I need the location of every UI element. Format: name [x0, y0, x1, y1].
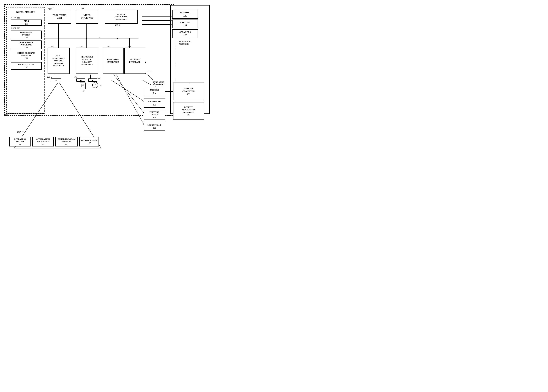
floppy-152: 💾	[80, 83, 86, 89]
svg-line-44	[116, 75, 144, 124]
ref-110: 110	[5, 114, 8, 116]
modules136-box: OTHER PROGRAM MODULES 136	[11, 51, 42, 60]
ref-195: 195 ↖	[115, 24, 120, 26]
remote-app-box: REMOTE APPLICATION PROGRAMS 185	[173, 102, 204, 120]
modem-box: MODEM 172	[144, 87, 165, 96]
data147-box: PROGRAM DATA 147	[79, 137, 99, 147]
remote-computer-box: REMOTE COMPUTER 180	[173, 83, 204, 100]
system-memory-label: SYSTEM MEMORY	[10, 8, 41, 16]
os134-box: OPERATING SYSTEM 134	[11, 31, 42, 39]
pointing-device-box: POINTING DEVICE 161	[144, 110, 165, 119]
rom-label: (ROM) 131	[11, 16, 20, 18]
processing-unit-box: PROCESSING UNIT	[48, 10, 71, 24]
local-area-network-label: LOCAL AREANETWORK	[171, 40, 197, 45]
ram-label: (RAM) 132	[11, 27, 20, 29]
modules146-box: OTHER PROGRAM MODULES 146	[55, 137, 77, 147]
disk-151: ▬	[76, 78, 85, 82]
bios-box: BIOS 133	[11, 20, 42, 26]
ref-170: 170	[128, 45, 131, 47]
svg-marker-5	[86, 38, 87, 39]
svg-marker-35	[145, 61, 146, 63]
microphone-box: MICROPHONE 163	[144, 122, 165, 131]
ref-156: 156	[98, 84, 102, 86]
svg-marker-33	[170, 24, 172, 25]
printer-box: PRINTER 196	[172, 20, 198, 28]
ref-160: 160	[106, 45, 110, 47]
diagram: SYSTEM MEMORY (ROM) 131 BIOS 133 (RAM) 1…	[0, 0, 213, 153]
keyboard-box: KEYBOARD 162	[144, 98, 165, 108]
ref-141: 141 ↘	[47, 76, 52, 78]
app135-box: APPLICATION PROGRAMS 135	[11, 41, 42, 49]
ref-120: — 120	[48, 7, 53, 9]
ref-100: 100 ↗	[17, 131, 23, 133]
wide-area-network-label: WIDE AREANETWORK	[146, 81, 171, 86]
monitor-box: MONITOR 191	[172, 10, 198, 19]
removable-box: REMOVABLE NON-VOL. MEMORY INTERFACE	[76, 48, 98, 74]
svg-line-42	[114, 75, 144, 113]
disk-drive-141: ≡≡≡	[51, 78, 61, 82]
ref-173: 173	[167, 91, 170, 93]
ref-151: 151	[74, 76, 77, 78]
disk-155: ▬	[88, 78, 97, 82]
ref-150: 150	[80, 45, 83, 47]
svg-marker-8	[117, 38, 118, 39]
ref-121: 121	[98, 36, 101, 39]
svg-marker-2	[58, 38, 59, 39]
video-interface-box: VIDEO INTERFACE	[76, 10, 98, 24]
svg-marker-31	[170, 20, 172, 21]
output-peripheral-box: OUTPUT PERIPHERAL INTERFACE	[105, 10, 138, 24]
svg-marker-29	[170, 16, 172, 17]
ref-190: 190	[81, 7, 84, 9]
non-removable-box: NON- REMOVABLE NON-VOL. MEMORY INTERFACE	[48, 48, 70, 74]
ref-140: 140	[51, 45, 54, 47]
svg-line-40	[111, 80, 144, 101]
speakers-box: SPEAKERS 197	[172, 29, 198, 38]
data137-box: PROGRAM DATA 137	[11, 62, 42, 70]
ref-171: 171 ↘	[147, 70, 152, 72]
network-interface-box: NETWORK INTERFACE	[124, 48, 145, 74]
app145-box: APPLICATION PROGRAMS 145	[32, 137, 54, 147]
ref-155: 155	[97, 77, 100, 79]
user-input-box: USER INPUT INTERFACE	[103, 48, 124, 74]
os144-box: OPERATING SYSTEM 144	[9, 137, 31, 147]
ref-152: 152	[82, 90, 85, 92]
cd-156: ◯	[92, 82, 98, 88]
